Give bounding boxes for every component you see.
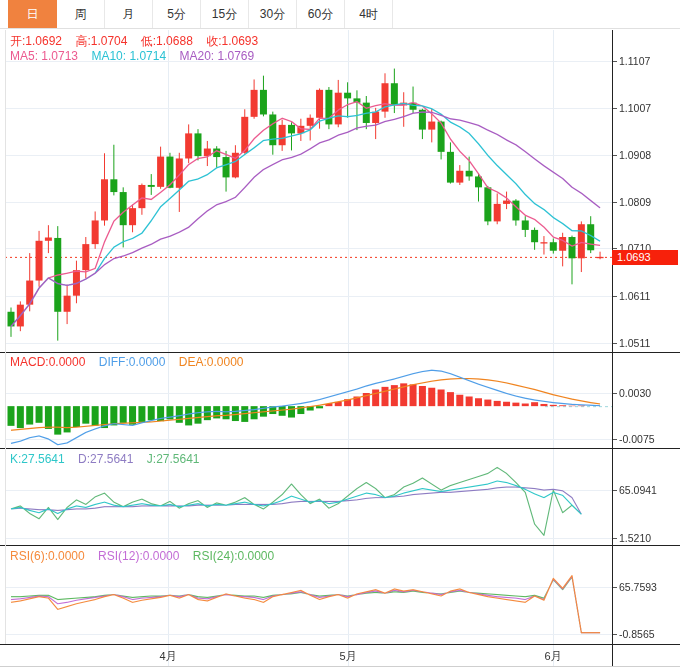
ohlc-legend: 开:1.0692 高:1.0704 低:1.0688 收:1.0693 (10, 33, 268, 50)
legend-rsi24: RSI(24):0.0000 (193, 549, 274, 563)
y-axis-label: 1.5210 (619, 532, 651, 544)
tab-4hour[interactable]: 4时 (345, 0, 393, 28)
legend-ma20: MA20: 1.0769 (179, 49, 254, 63)
kdj-legend: K:27.5641 D:27.5641 J:27.5641 (10, 452, 210, 466)
ma-legend: MA5: 1.0713 MA10: 1.0714 MA20: 1.0769 (10, 49, 264, 63)
current-price-tag: 1.0693 (612, 250, 678, 265)
y-axis-label: 65.0941 (619, 484, 657, 496)
rsi-legend: RSI(6):0.0000 RSI(12):0.0000 RSI(24):0.0… (10, 549, 284, 563)
tab-30min[interactable]: 30分 (249, 0, 297, 28)
y-axis-label: 65.7593 (619, 581, 657, 593)
legend-d: D:27.5641 (78, 452, 133, 466)
tab-60min[interactable]: 60分 (297, 0, 345, 28)
macd-legend: MACD:0.0000 DIFF:0.0000 DEA:0.0000 (10, 355, 253, 369)
tab-week[interactable]: 周 (57, 0, 105, 28)
y-axis-label: -0.8565 (619, 628, 655, 640)
tab-15min[interactable]: 15分 (201, 0, 249, 28)
y-axis-label: 1.1007 (619, 102, 651, 114)
y-axis-label: 1.0511 (619, 337, 650, 349)
y-axis-label: 0.0030 (619, 387, 651, 399)
legend-macd: MACD:0.0000 (10, 355, 85, 369)
timeframe-toolbar: 日 周 月 5分 15分 30分 60分 4时 (0, 0, 680, 29)
legend-k: K:27.5641 (10, 452, 65, 466)
tab-day[interactable]: 日 (8, 0, 57, 28)
legend-low: 低:1.0688 (141, 34, 193, 48)
legend-j: J:27.5641 (147, 452, 200, 466)
tab-5min[interactable]: 5分 (153, 0, 201, 28)
tab-month[interactable]: 月 (105, 0, 153, 28)
legend-high: 高:1.0704 (75, 34, 127, 48)
legend-ma5: MA5: 1.0713 (10, 49, 78, 63)
x-axis-label: 4月 (159, 649, 176, 664)
legend-ma10: MA10: 1.0714 (91, 49, 166, 63)
trading-chart-page: 日 周 月 5分 15分 30分 60分 4时 开:1.0692 高:1.070… (0, 0, 680, 671)
y-axis-label: 1.0809 (619, 196, 651, 208)
legend-close: 收:1.0693 (206, 34, 258, 48)
y-axis-label: 1.0611 (619, 290, 650, 302)
legend-rsi6: RSI(6):0.0000 (10, 549, 85, 563)
legend-open: 开:1.0692 (10, 34, 62, 48)
legend-dea: DEA:0.0000 (179, 355, 244, 369)
legend-diff: DIFF:0.0000 (99, 355, 166, 369)
y-axis-label: 1.0908 (619, 149, 651, 161)
y-axis-label: 1.1107 (619, 55, 650, 67)
x-axis-label: 6月 (544, 649, 561, 664)
candlestick-chart-canvas[interactable] (0, 0, 680, 671)
x-axis-label: 5月 (339, 649, 356, 664)
y-axis-label: -0.0075 (619, 433, 655, 445)
legend-rsi12: RSI(12):0.0000 (98, 549, 179, 563)
